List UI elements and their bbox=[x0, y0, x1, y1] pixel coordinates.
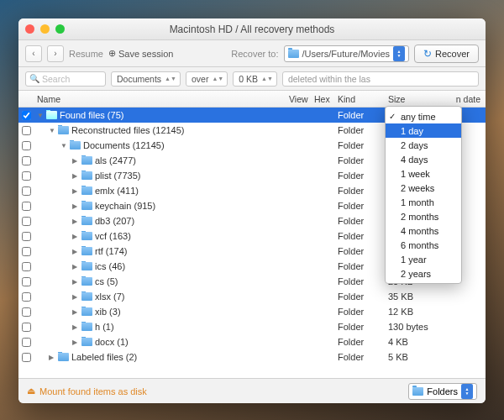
row-checkbox[interactable] bbox=[22, 232, 31, 241]
dropdown-option[interactable]: 1 week bbox=[386, 166, 461, 181]
dropdown-option[interactable]: 6 months bbox=[386, 238, 461, 252]
disclosure-triangle-icon[interactable]: ▶ bbox=[72, 278, 79, 286]
disclosure-triangle-icon[interactable]: ▶ bbox=[72, 339, 79, 346]
filter-type-select[interactable]: Documents ▲▼ bbox=[111, 71, 181, 87]
file-row[interactable]: ▶xlsx (7)Folder35 KB bbox=[18, 289, 486, 304]
disclosure-triangle-icon[interactable]: ▶ bbox=[72, 187, 79, 195]
dropdown-option[interactable]: 1 month bbox=[386, 195, 461, 209]
filter-size-select[interactable]: 0 KB ▲▼ bbox=[233, 71, 277, 87]
disclosure-triangle-icon[interactable]: ▼ bbox=[60, 142, 67, 150]
mount-link[interactable]: ⏏ Mount found items as disk bbox=[27, 386, 147, 396]
recover-path-text: /Users/Future/Movies bbox=[302, 49, 391, 59]
file-kind: Folder bbox=[338, 140, 388, 150]
recover-button[interactable]: ↻ Recover bbox=[414, 45, 479, 63]
row-checkbox[interactable] bbox=[22, 171, 31, 181]
file-name: db3 (207) bbox=[95, 216, 134, 226]
file-kind: Folder bbox=[338, 216, 388, 226]
col-view[interactable]: View bbox=[289, 94, 314, 104]
row-checkbox[interactable] bbox=[22, 247, 31, 256]
time-filter-dropdown[interactable]: any time1 day2 days4 days1 week2 weeks1 … bbox=[385, 106, 462, 284]
dropdown-option[interactable]: 4 days bbox=[386, 152, 461, 166]
disclosure-triangle-icon[interactable]: ▶ bbox=[72, 263, 79, 270]
row-checkbox[interactable] bbox=[22, 353, 31, 362]
file-kind: Folder bbox=[338, 231, 388, 241]
filter-deleted-label: deleted within the las bbox=[288, 74, 370, 84]
row-checkbox[interactable] bbox=[22, 292, 31, 302]
search-input[interactable]: 🔍 Search bbox=[25, 71, 106, 87]
col-hex[interactable]: Hex bbox=[314, 94, 338, 104]
row-checkbox[interactable] bbox=[22, 202, 31, 211]
disclosure-triangle-icon[interactable]: ▶ bbox=[72, 293, 79, 301]
file-name: h (1) bbox=[95, 322, 114, 332]
window-title: Macintosh HD / All recovery methods bbox=[18, 24, 486, 35]
zoom-icon[interactable] bbox=[55, 24, 65, 34]
file-name: ics (46) bbox=[95, 261, 125, 271]
search-placeholder: Search bbox=[42, 74, 70, 84]
dropdown-option[interactable]: 2 months bbox=[386, 209, 461, 223]
file-kind: Folder bbox=[338, 186, 388, 196]
dropdown-option[interactable]: 1 year bbox=[386, 252, 461, 266]
filter-over-select[interactable]: over ▲▼ bbox=[186, 71, 228, 87]
file-name: Reconstructed files (12145) bbox=[71, 125, 185, 135]
row-checkbox[interactable] bbox=[22, 156, 31, 165]
disclosure-triangle-icon[interactable]: ▶ bbox=[49, 354, 55, 361]
row-checkbox[interactable] bbox=[22, 277, 31, 286]
view-mode-select[interactable]: Folders ▲▼ bbox=[408, 383, 477, 400]
col-date[interactable]: n date bbox=[455, 94, 486, 104]
close-icon[interactable] bbox=[25, 24, 34, 34]
recover-path-select[interactable]: /Users/Future/Movies ▲▼ bbox=[284, 45, 410, 62]
refresh-icon: ↻ bbox=[423, 48, 432, 60]
file-kind: Folder bbox=[338, 246, 388, 256]
col-name[interactable]: Name bbox=[34, 94, 289, 104]
file-row[interactable]: ▶docx (1)Folder4 KB bbox=[18, 334, 486, 349]
disclosure-triangle-icon[interactable]: ▶ bbox=[72, 323, 79, 331]
disclosure-triangle-icon[interactable]: ▶ bbox=[72, 218, 79, 225]
dropdown-option[interactable]: 2 days bbox=[386, 138, 461, 152]
folder-icon bbox=[81, 156, 92, 165]
forward-button[interactable]: › bbox=[47, 45, 64, 62]
file-kind: Folder bbox=[338, 171, 388, 181]
dropdown-option[interactable]: 1 day bbox=[386, 123, 461, 138]
disclosure-triangle-icon[interactable]: ▼ bbox=[49, 127, 55, 134]
filter-deleted-select[interactable]: deleted within the las bbox=[282, 71, 479, 87]
row-checkbox[interactable] bbox=[22, 111, 31, 120]
dropdown-option[interactable]: 4 months bbox=[386, 223, 461, 238]
disclosure-triangle-icon[interactable]: ▶ bbox=[72, 172, 79, 180]
row-checkbox[interactable] bbox=[22, 338, 31, 347]
disclosure-triangle-icon[interactable]: ▼ bbox=[37, 112, 44, 119]
back-button[interactable]: ‹ bbox=[25, 45, 42, 62]
folder-icon bbox=[81, 292, 92, 301]
row-checkbox[interactable] bbox=[22, 307, 31, 317]
file-kind: Folder bbox=[338, 337, 388, 347]
folder-icon bbox=[81, 323, 92, 331]
dropdown-option[interactable]: any time bbox=[386, 109, 461, 123]
file-name: emlx (411) bbox=[95, 186, 139, 196]
file-name: vcf (163) bbox=[95, 231, 131, 241]
resume-button[interactable]: Resume bbox=[69, 49, 103, 59]
row-checkbox[interactable] bbox=[22, 262, 31, 271]
file-row[interactable]: ▶xib (3)Folder12 KB bbox=[18, 304, 486, 319]
file-kind: Folder bbox=[338, 291, 388, 302]
col-kind[interactable]: Kind bbox=[338, 94, 388, 104]
column-headers: Name View Hex Kind Size n date bbox=[18, 91, 486, 108]
file-row[interactable]: ▶Labeled files (2)Folder5 KB bbox=[18, 349, 486, 365]
file-row[interactable]: ▶h (1)Folder130 bytes bbox=[18, 319, 486, 334]
dropdown-option[interactable]: 2 weeks bbox=[386, 181, 461, 195]
disclosure-triangle-icon[interactable]: ▶ bbox=[72, 202, 79, 210]
save-session-button[interactable]: ⊕ Save session bbox=[108, 48, 173, 59]
dropdown-option[interactable]: 2 years bbox=[386, 266, 461, 281]
disclosure-triangle-icon[interactable]: ▶ bbox=[72, 233, 79, 240]
row-checkbox[interactable] bbox=[22, 323, 31, 332]
disclosure-triangle-icon[interactable]: ▶ bbox=[72, 248, 79, 255]
file-kind: Folder bbox=[338, 307, 388, 317]
view-mode-label: Folders bbox=[427, 386, 458, 396]
file-name: Labeled files (2) bbox=[71, 352, 137, 362]
minimize-icon[interactable] bbox=[40, 24, 50, 34]
row-checkbox[interactable] bbox=[22, 141, 31, 150]
row-checkbox[interactable] bbox=[22, 217, 31, 226]
disclosure-triangle-icon[interactable]: ▶ bbox=[72, 157, 79, 165]
col-size[interactable]: Size bbox=[388, 94, 455, 104]
row-checkbox[interactable] bbox=[22, 126, 31, 135]
disclosure-triangle-icon[interactable]: ▶ bbox=[72, 308, 79, 316]
row-checkbox[interactable] bbox=[22, 186, 31, 196]
